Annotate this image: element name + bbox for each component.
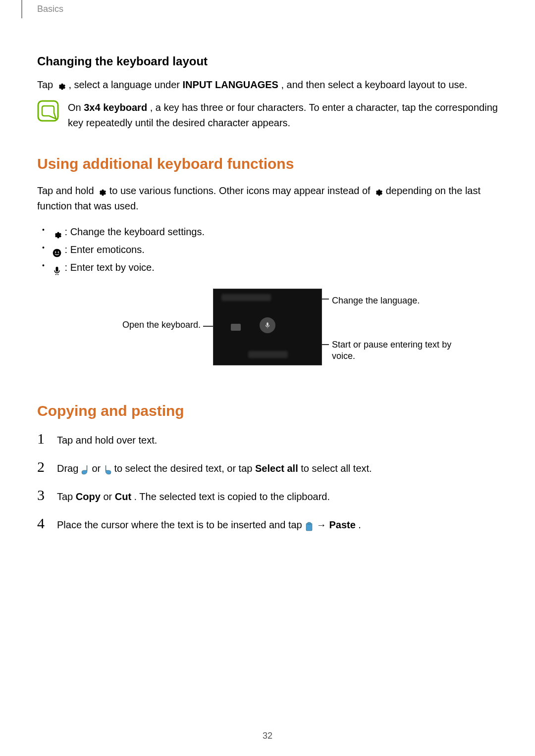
body-text: Tap , select a language under INPUT LANG… (37, 77, 498, 93)
text-fragment: Drag (57, 463, 81, 474)
step-number: 3 (37, 487, 48, 504)
annotation-open-keyboard: Open the keyboard. (87, 319, 201, 331)
numbered-list: 1 Tap and hold over text. 2 Drag or to s… (37, 430, 498, 532)
text-fragment: to use various functions. Other icons ma… (109, 185, 374, 196)
step-4: 4 Place the cursor where the text is to … (37, 515, 498, 532)
svg-point-2 (55, 252, 56, 253)
mic-button (260, 317, 275, 333)
text-bold: Cut (115, 491, 131, 502)
note-box: On 3x4 keyboard , a key has three or fou… (37, 100, 498, 131)
text-fragment: , select a language under (68, 79, 182, 90)
text-bold: Paste (329, 519, 355, 530)
list-text: : Enter text by voice. (65, 262, 155, 273)
selection-handle-right-icon (104, 464, 111, 474)
subsection-heading: Changing the keyboard layout (37, 54, 498, 68)
list-text: : Change the keyboard settings. (65, 226, 205, 237)
svg-point-1 (53, 249, 61, 257)
step-text: Drag or to select the desired text, or t… (57, 461, 372, 476)
step-3: 3 Tap Copy or Cut . The selected text is… (37, 487, 498, 504)
svg-rect-5 (308, 522, 311, 524)
step-text: Tap and hold over text. (57, 433, 157, 448)
list-item: : Change the keyboard settings. (52, 223, 498, 241)
selection-handle-left-icon (81, 464, 89, 474)
step-number: 1 (37, 430, 48, 447)
gear-icon (97, 187, 107, 197)
list-item: : Enter text by voice. (52, 258, 498, 276)
text-fragment: On (68, 102, 84, 113)
text-fragment: , and then select a keyboard layout to u… (281, 79, 467, 90)
arrow: → (317, 519, 329, 530)
text-bold: 3x4 keyboard (84, 102, 147, 113)
text-fragment: to select all text. (301, 463, 372, 474)
annotation-voice-toggle: Start or pause entering text by voice. (332, 339, 456, 362)
text-fragment: or (92, 463, 103, 474)
text-fragment: . (358, 519, 361, 530)
bullet-list: : Change the keyboard settings. : Enter … (37, 223, 498, 276)
breadcrumb: Basics (21, 0, 63, 18)
step-text: Tap Copy or Cut . The selected text is c… (57, 489, 330, 504)
gear-icon (56, 81, 66, 91)
text-fragment: Place the cursor where the text is to be… (57, 519, 305, 530)
step-1: 1 Tap and hold over text. (37, 430, 498, 448)
page-number: 32 (263, 731, 272, 741)
text-fragment: to select the desired text, or tap (114, 463, 255, 474)
text-bold: INPUT LANGUAGES (183, 79, 278, 90)
step-number: 4 (37, 515, 48, 532)
step-text: Place the cursor where the text is to be… (57, 517, 361, 532)
text-bold: Select all (255, 463, 298, 474)
text-bold: Copy (76, 491, 101, 502)
voice-input-diagram: Open the keyboard. Change the language. … (37, 289, 498, 378)
note-text: On 3x4 keyboard , a key has three or fou… (68, 100, 498, 131)
keyboard-icon (231, 324, 241, 331)
smiley-icon (52, 246, 62, 255)
body-text: Tap and hold to use various functions. O… (37, 183, 498, 214)
text-fragment: Tap (37, 79, 56, 90)
text-fragment: . The selected text is copied to the cli… (134, 491, 330, 502)
voice-panel (213, 289, 322, 365)
step-number: 2 (37, 458, 48, 475)
gear-icon (373, 187, 383, 197)
step-2: 2 Drag or to select the desired text, or… (37, 458, 498, 476)
section-heading: Using additional keyboard functions (37, 155, 498, 172)
list-text: : Enter emoticons. (65, 244, 145, 255)
text-fragment: Tap (57, 491, 76, 502)
clipboard-icon (305, 521, 314, 531)
text-fragment: Tap and hold (37, 185, 97, 196)
list-item: : Enter emoticons. (52, 241, 498, 258)
panel-blur (221, 294, 271, 301)
section-heading: Copying and pasting (37, 403, 498, 419)
text-fragment: or (103, 491, 114, 502)
note-icon (37, 100, 59, 122)
panel-blur (248, 351, 288, 358)
annotation-change-language: Change the language. (332, 295, 420, 306)
svg-point-3 (58, 252, 59, 253)
gear-icon (52, 228, 62, 238)
mic-icon (52, 263, 62, 273)
